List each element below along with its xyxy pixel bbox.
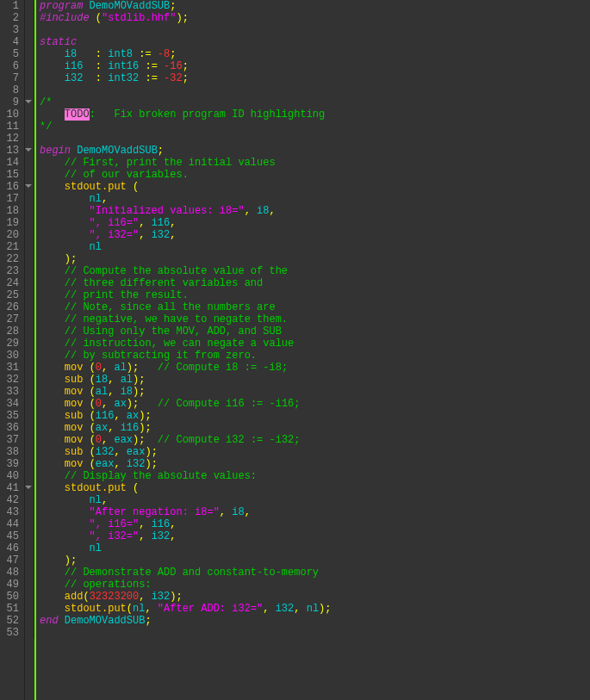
code-editor[interactable]: 1234567891011121314151617181920212223242…: [0, 0, 590, 700]
line-number: 41: [3, 482, 19, 494]
code-line[interactable]: i16 : int16 := -16;: [40, 60, 332, 72]
line-number: 43: [3, 506, 19, 518]
code-line[interactable]: nl,: [40, 193, 332, 205]
code-line[interactable]: // Note, since all the numbers are: [40, 301, 332, 313]
line-number: 37: [3, 434, 19, 446]
code-line[interactable]: // of our variables.: [40, 169, 332, 181]
line-number: 39: [3, 458, 19, 470]
code-line[interactable]: // Compute the absolute value of the: [40, 265, 332, 277]
line-number: 24: [3, 277, 19, 289]
line-number: 46: [3, 542, 19, 554]
code-line[interactable]: stdout.put (: [40, 181, 332, 193]
code-line[interactable]: stdout.put(nl, "After ADD: i32=", i32, n…: [40, 603, 332, 615]
code-line[interactable]: add(32323200, i32);: [40, 591, 332, 603]
code-line[interactable]: [40, 133, 332, 145]
line-number: 35: [3, 410, 19, 422]
code-line[interactable]: ", i16=", i16,: [40, 518, 332, 530]
code-line[interactable]: // by subtracting it from zero.: [40, 350, 332, 362]
code-line[interactable]: mov (ax, i16);: [40, 422, 332, 434]
fold-gutter[interactable]: [25, 0, 34, 639]
code-line[interactable]: /*: [40, 96, 332, 108]
code-line[interactable]: */: [40, 121, 332, 133]
code-line[interactable]: [40, 84, 332, 96]
code-line[interactable]: static: [40, 36, 332, 48]
line-number: 6: [3, 60, 19, 72]
line-number: 11: [3, 121, 19, 133]
line-number: 2: [3, 12, 19, 24]
code-line[interactable]: sub (i8, al);: [40, 374, 332, 386]
line-number: 30: [3, 350, 19, 362]
code-line[interactable]: // instruction, we can negate a value: [40, 338, 332, 350]
line-number: 15: [3, 169, 19, 181]
code-line[interactable]: stdout.put (: [40, 482, 332, 494]
line-number: 13: [3, 145, 19, 157]
code-line[interactable]: program DemoMOVaddSUB;: [40, 0, 332, 12]
line-number: 42: [3, 494, 19, 506]
line-number: 22: [3, 253, 19, 265]
code-line[interactable]: TODO: Fix broken program ID highlighting: [40, 108, 332, 121]
line-number: 7: [3, 72, 19, 84]
code-line[interactable]: mov (0, al); // Compute i8 := -i8;: [40, 362, 332, 374]
code-line[interactable]: mov (0, eax); // Compute i32 := -i32;: [40, 434, 332, 446]
line-number: 52: [3, 615, 19, 627]
code-line[interactable]: i8 : int8 := -8;: [40, 48, 332, 60]
code-line[interactable]: nl: [40, 542, 332, 554]
code-line[interactable]: mov (eax, i32);: [40, 458, 332, 470]
line-number: 14: [3, 157, 19, 169]
line-number: 36: [3, 422, 19, 434]
code-line[interactable]: ", i32=", i32,: [40, 229, 332, 241]
line-number: 17: [3, 193, 19, 205]
line-number: 12: [3, 133, 19, 145]
code-line[interactable]: sub (i32, eax);: [40, 446, 332, 458]
line-number: 1: [3, 0, 19, 12]
code-line[interactable]: // print the result.: [40, 289, 332, 301]
line-number: 38: [3, 446, 19, 458]
line-number: 9: [3, 96, 19, 108]
code-line[interactable]: "Initialized values: i8=", i8,: [40, 205, 332, 217]
fold-toggle-icon[interactable]: [25, 184, 32, 188]
code-line[interactable]: i32 : int32 := -32;: [40, 72, 332, 84]
line-number: 34: [3, 398, 19, 410]
code-line[interactable]: // Display the absolute values:: [40, 470, 332, 482]
line-number: 48: [3, 567, 19, 579]
fold-toggle-icon[interactable]: [25, 100, 32, 103]
line-number: 51: [3, 603, 19, 615]
code-line[interactable]: // three different variables and: [40, 277, 332, 289]
code-line[interactable]: sub (i16, ax);: [40, 410, 332, 422]
code-line[interactable]: begin DemoMOVaddSUB;: [40, 145, 332, 157]
code-line[interactable]: );: [40, 253, 332, 265]
code-area[interactable]: program DemoMOVaddSUB;#include ("stdlib.…: [34, 0, 332, 700]
code-line[interactable]: end DemoMOVaddSUB;: [40, 615, 332, 627]
code-line[interactable]: // First, print the initial values: [40, 157, 332, 169]
code-line[interactable]: #include ("stdlib.hhf");: [40, 12, 332, 24]
line-number: 40: [3, 470, 19, 482]
line-number: 49: [3, 579, 19, 591]
code-line[interactable]: ", i32=", i32,: [40, 530, 332, 542]
line-number: 31: [3, 362, 19, 374]
fold-toggle-icon[interactable]: [25, 486, 32, 489]
line-number: 29: [3, 338, 19, 350]
code-line[interactable]: nl,: [40, 494, 332, 506]
line-number: 33: [3, 386, 19, 398]
line-number: 5: [3, 48, 19, 60]
code-line[interactable]: // negative, we have to negate them.: [40, 313, 332, 325]
line-number: 44: [3, 518, 19, 530]
line-number: 4: [3, 36, 19, 48]
fold-toggle-icon[interactable]: [25, 148, 32, 152]
code-line[interactable]: ", i16=", i16,: [40, 217, 332, 229]
code-line[interactable]: // Using only the MOV, ADD, and SUB: [40, 325, 332, 338]
code-line[interactable]: [40, 24, 332, 36]
code-line[interactable]: nl: [40, 241, 332, 253]
line-number: 23: [3, 265, 19, 277]
code-line[interactable]: mov (al, i8);: [40, 386, 332, 398]
code-line[interactable]: );: [40, 554, 332, 567]
code-line[interactable]: [40, 627, 332, 639]
code-line[interactable]: // Demonstrate ADD and constant-to-memor…: [40, 567, 332, 579]
line-number: 28: [3, 325, 19, 338]
code-line[interactable]: // operations:: [40, 579, 332, 591]
line-number: 47: [3, 554, 19, 567]
code-line[interactable]: mov (0, ax); // Compute i16 := -i16;: [40, 398, 332, 410]
line-number: 27: [3, 313, 19, 325]
code-line[interactable]: "After negation: i8=", i8,: [40, 506, 332, 518]
line-number: 20: [3, 229, 19, 241]
